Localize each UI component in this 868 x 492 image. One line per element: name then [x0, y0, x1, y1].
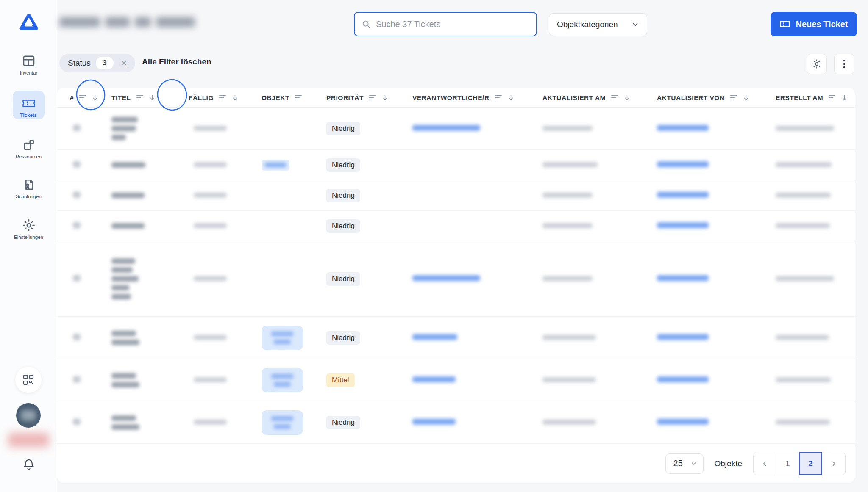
column-header-aktualisiert_von[interactable]: AKTUALISIERT VON	[657, 94, 776, 102]
page-title-redacted	[59, 17, 195, 27]
column-header-verantwortlich[interactable]: VERANTWORTLICHE/R	[412, 94, 542, 102]
due-date-redacted	[194, 420, 227, 425]
object-card-redacted[interactable]	[262, 410, 303, 435]
more-options-button[interactable]	[834, 54, 854, 74]
table-row[interactable]: Niedrig	[57, 150, 855, 180]
remove-filter-icon[interactable]: ✕	[119, 58, 129, 68]
updated-by-link-redacted[interactable]	[657, 192, 709, 198]
updated-at-redacted	[542, 126, 593, 131]
updated-by-link-redacted[interactable]	[657, 419, 709, 425]
new-ticket-button[interactable]: Neues Ticket	[771, 12, 857, 36]
table-row[interactable]: Mittel	[57, 359, 855, 401]
title-line-redacted	[111, 258, 135, 264]
assignee-link-redacted[interactable]	[412, 275, 480, 281]
sidebar-item-einstellungen[interactable]: Einstellungen	[0, 218, 57, 240]
assignee-link-redacted[interactable]	[412, 376, 456, 382]
created-at-redacted	[776, 126, 834, 131]
priority-badge: Niedrig	[326, 219, 360, 233]
ticket-title-redacted	[111, 258, 189, 299]
filter-icon[interactable]	[730, 95, 737, 100]
category-dropdown-label: Objektkategorien	[557, 20, 618, 29]
title-line-redacted	[111, 267, 133, 273]
ticket-title-redacted	[111, 415, 189, 430]
column-header-erstellt_am[interactable]: ERSTELLT AM	[776, 94, 855, 102]
assignee-link-redacted[interactable]	[412, 419, 456, 425]
column-label: AKTUALISIERT VON	[657, 94, 725, 102]
updated-by-link-redacted[interactable]	[657, 161, 709, 167]
status-filter-chip[interactable]: Status 3 ✕	[59, 54, 135, 72]
assignee-link-redacted[interactable]	[412, 334, 457, 340]
filter-icon[interactable]	[611, 95, 618, 100]
filter-icon[interactable]	[295, 95, 302, 100]
column-header-prioritaet[interactable]: PRIORITÄT	[326, 94, 412, 102]
sidebar-item-label: Inventar	[20, 70, 38, 75]
search-box	[354, 12, 537, 36]
table-row[interactable]: Niedrig	[57, 317, 855, 359]
updated-at-redacted	[542, 377, 596, 382]
object-card-redacted[interactable]	[262, 326, 303, 350]
sidebar-item-label: Schulungen	[16, 194, 42, 199]
filter-icon[interactable]	[829, 95, 835, 100]
column-header-titel[interactable]: TITEL	[111, 94, 189, 102]
column-header-aktualisiert_am[interactable]: AKTUALISIERT AM	[542, 94, 657, 102]
table-row[interactable]: Niedrig	[57, 180, 855, 211]
object-card-redacted[interactable]	[262, 368, 303, 392]
table-row[interactable]: Niedrig	[57, 401, 855, 444]
table-row[interactable]: Niedrig	[57, 211, 855, 241]
filter-icon[interactable]	[219, 95, 226, 100]
notifications-button[interactable]	[0, 458, 57, 471]
updated-by-link-redacted[interactable]	[657, 125, 709, 131]
clear-all-filters-link[interactable]: Alle Filter löschen	[142, 57, 211, 66]
table-settings-button[interactable]	[807, 54, 827, 74]
filter-icon[interactable]	[79, 95, 86, 100]
next-page-button[interactable]	[822, 452, 845, 475]
assignee-link-redacted[interactable]	[412, 125, 480, 131]
title-line-redacted	[111, 285, 129, 290]
updated-by-link-redacted[interactable]	[657, 334, 709, 340]
page-size-select[interactable]: 25	[665, 453, 704, 474]
kebab-icon	[843, 59, 846, 69]
priority-badge: Niedrig	[326, 416, 360, 429]
ticket-number-redacted	[73, 418, 81, 425]
category-dropdown[interactable]: Objektkategorien	[549, 13, 647, 36]
filter-icon[interactable]	[369, 95, 376, 100]
updated-by-link-redacted[interactable]	[657, 222, 709, 228]
prev-page-button[interactable]	[754, 452, 776, 475]
sort-icon[interactable]	[841, 94, 848, 101]
pagination-bar: 25 Objekte 12	[57, 444, 855, 483]
table-row[interactable]: Niedrig	[57, 241, 855, 317]
title-line-redacted	[111, 126, 136, 131]
updated-by-link-redacted[interactable]	[657, 275, 709, 281]
chevron-down-icon	[690, 460, 697, 467]
column-header-faellig[interactable]: FÄLLIG	[189, 94, 262, 102]
sort-icon[interactable]	[149, 94, 156, 101]
sidebar-item-label: Tickets	[20, 113, 37, 118]
column-header-objekt[interactable]: OBJEKT	[262, 94, 326, 102]
updated-by-link-redacted[interactable]	[657, 376, 709, 382]
sort-icon[interactable]	[743, 94, 750, 101]
sidebar-item-tickets[interactable]: Tickets	[0, 97, 57, 118]
filter-icon[interactable]	[495, 95, 502, 100]
sort-icon[interactable]	[231, 94, 239, 101]
priority-badge: Mittel	[326, 373, 355, 387]
sidebar-item-inventar[interactable]: Inventar	[0, 54, 57, 75]
updated-at-redacted	[542, 223, 593, 228]
user-avatar[interactable]	[16, 403, 41, 428]
qr-code-button[interactable]	[15, 367, 42, 393]
page-button-1[interactable]: 1	[776, 452, 799, 475]
sort-icon[interactable]	[92, 94, 99, 101]
object-chip-redacted[interactable]	[262, 160, 289, 171]
sort-icon[interactable]	[507, 94, 515, 101]
sidebar-item-ressourcen[interactable]: Ressourcen	[0, 138, 57, 159]
sidebar-item-schulungen[interactable]: Schulungen	[0, 178, 57, 199]
sort-arrow-down-icon	[507, 94, 515, 101]
table-row[interactable]: Niedrig	[57, 108, 855, 150]
sort-icon[interactable]	[623, 94, 631, 101]
sort-icon[interactable]	[381, 94, 389, 101]
column-label: VERANTWORTLICHE/R	[412, 94, 490, 102]
filter-icon[interactable]	[136, 95, 143, 100]
app-logo[interactable]	[0, 13, 57, 31]
column-header-num[interactable]: #	[70, 94, 111, 102]
page-button-2[interactable]: 2	[799, 452, 822, 475]
search-input[interactable]	[375, 19, 529, 30]
